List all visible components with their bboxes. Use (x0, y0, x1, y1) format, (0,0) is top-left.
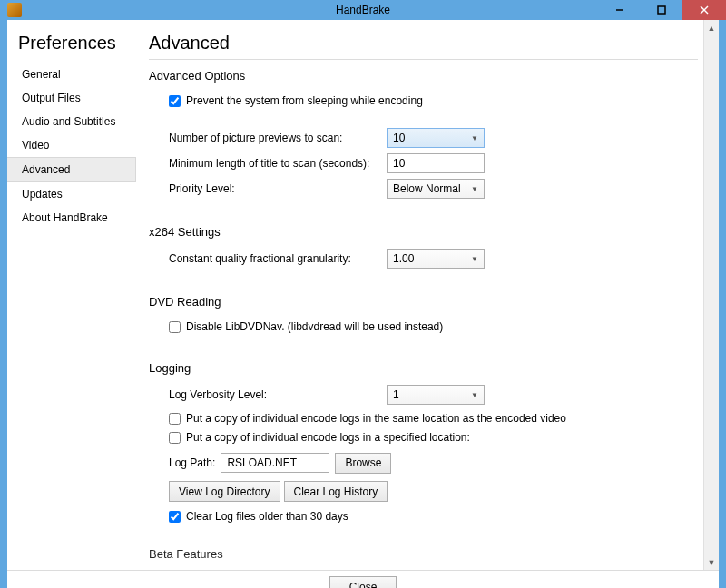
section-advanced-options: Advanced Options (149, 69, 698, 83)
prevent-sleep-checkbox[interactable] (169, 95, 181, 107)
maximize-icon (657, 5, 666, 15)
log-path-input[interactable]: RSLOAD.NET (221, 453, 329, 473)
svg-rect-1 (658, 6, 665, 14)
granularity-select[interactable]: 1.00 ▼ (387, 249, 485, 269)
body: Preferences General Output Files Audio a… (7, 20, 719, 570)
priority-label: Priority Level: (169, 182, 387, 195)
view-log-directory-button[interactable]: View Log Directory (169, 481, 280, 502)
maximize-button[interactable] (641, 0, 682, 20)
browse-button[interactable]: Browse (335, 453, 391, 474)
sidebar-item-about[interactable]: About HandBrake (7, 206, 140, 230)
clear-old-logs-checkbox[interactable] (169, 511, 181, 523)
close-window-button[interactable] (682, 0, 726, 20)
section-logging: Logging (149, 361, 698, 375)
copy-logs-same-location-label: Put a copy of individual encode logs in … (186, 412, 566, 425)
close-icon (700, 5, 709, 15)
section-x264: x264 Settings (149, 225, 698, 239)
heading-divider (149, 59, 698, 60)
sidebar-item-output-files[interactable]: Output Files (7, 86, 140, 110)
clear-old-logs-label: Clear Log files older than 30 days (186, 510, 348, 523)
disable-libdvdnav-checkbox[interactable] (169, 321, 181, 333)
chevron-down-icon: ▼ (471, 134, 478, 142)
sidebar-item-updates[interactable]: Updates (7, 182, 140, 206)
preferences-sidebar: Preferences General Output Files Audio a… (7, 20, 140, 570)
min-length-label: Minimum length of title to scan (seconds… (169, 157, 387, 170)
priority-select[interactable]: Below Normal ▼ (387, 179, 485, 199)
scroll-down-icon[interactable]: ▼ (704, 554, 719, 570)
section-beta: Beta Features (149, 547, 698, 561)
sidebar-item-video[interactable]: Video (7, 133, 140, 157)
sidebar-item-general[interactable]: General (7, 63, 140, 86)
prevent-sleep-label: Prevent the system from sleeping while e… (186, 94, 423, 107)
main-panel: Advanced Advanced Options Prevent the sy… (140, 20, 703, 570)
copy-logs-same-location-checkbox[interactable] (169, 413, 181, 425)
min-length-input[interactable]: 10 (387, 153, 485, 173)
sidebar-heading: Preferences (18, 33, 140, 54)
titlebar[interactable]: HandBrake (0, 0, 726, 20)
chevron-down-icon: ▼ (471, 255, 478, 263)
section-dvd: DVD Reading (149, 295, 698, 309)
window-title: HandBrake (336, 4, 390, 16)
disable-libdvdnav-label: Disable LibDVDNav. (libdvdread will be u… (186, 320, 443, 333)
previews-label: Number of picture previews to scan: (169, 132, 387, 144)
close-button[interactable]: Close (329, 576, 397, 588)
chevron-down-icon: ▼ (471, 185, 478, 193)
vertical-scrollbar[interactable]: ▲ ▼ (703, 20, 719, 570)
app-window: HandBrake Preferences General Output Fil… (0, 0, 726, 588)
window-buttons (599, 0, 726, 20)
scroll-up-icon[interactable]: ▲ (704, 20, 719, 35)
previews-select[interactable]: 10 ▼ (387, 128, 485, 148)
verbosity-select[interactable]: 1 ▼ (387, 385, 485, 405)
copy-logs-specified-location-label: Put a copy of individual encode logs in … (186, 431, 470, 444)
chevron-down-icon: ▼ (471, 391, 478, 399)
sidebar-item-audio-subtitles[interactable]: Audio and Subtitles (7, 110, 140, 133)
page-heading: Advanced (149, 33, 698, 54)
sidebar-item-advanced[interactable]: Advanced (7, 157, 136, 182)
verbosity-label: Log Verbosity Level: (169, 388, 387, 401)
app-icon (7, 3, 22, 17)
granularity-label: Constant quality fractional granularity: (169, 252, 387, 265)
log-path-label: Log Path: (169, 456, 215, 469)
clear-log-history-button[interactable]: Clear Log History (284, 481, 388, 502)
copy-logs-specified-location-checkbox[interactable] (169, 432, 181, 444)
minimize-button[interactable] (599, 0, 641, 20)
minimize-icon (615, 5, 624, 15)
dialog-footer: Close (7, 570, 719, 588)
client-area: Preferences General Output Files Audio a… (7, 20, 719, 588)
